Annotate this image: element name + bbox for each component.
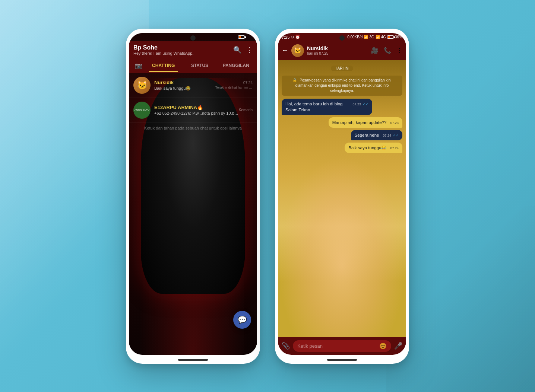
chat-meta-agen: Kemarin [239,108,253,112]
phone2-battery-pct: 36% [395,35,402,39]
chat-info-nursidik: Nursidik Baik saya tunggu😂 [154,80,215,91]
message-2: Mantap nih, kapan update?? 07.23 [329,117,402,128]
chat-area: HARI INI 🔒 Pesan-pesan yang dikirim ke c… [278,60,406,337]
chat-time-agen: Kemarin [239,108,253,112]
phone2-3g: 3G [369,35,374,39]
msg-1-ticks: ✓✓ [363,102,368,107]
battery-indicator [238,35,245,39]
chat-name-agen: E12ARPU ARMINA🔥 [154,105,239,110]
phone2-signal2: 📶 [376,35,380,39]
message-input-field[interactable]: Ketik pesan 😊 [293,340,391,352]
chat-item-agen[interactable]: AGEN ELPU E12ARPU ARMINA🔥 +62 852-2498-1… [129,98,257,123]
day-divider: HARI INI [331,64,353,71]
chat-meta-nursidik: 07.24 Terakhir dilihat hari ini pada 07.… [215,81,253,89]
phone1-camera [190,35,196,41]
phone1-header-icons: 🔍 ⋮ [233,46,253,54]
video-call-icon[interactable]: 🎥 [371,47,379,54]
msg-1-row: Hai, ada tema baru loh di blog Salam Tek… [285,101,368,113]
phone2-4g: 4G [381,35,386,39]
phone2-contact-avatar: 🐱 [291,44,304,57]
phone1-home-bar[interactable] [178,359,208,361]
lock-icon: 🔒 [292,78,297,82]
phone2-contact-info: Nursidik hari ini 07.25 [307,45,368,55]
phone1-header: Bp Sohe Hey there! I am using WhatsApp. … [129,41,257,58]
phone1-inner: 7:25 ⊙ ⏰ 0,45KB/d 📶 3G 📶 4G 36% [129,33,257,355]
phone1-app-subtitle: Hey there! I am using WhatsApp. [133,51,233,55]
chat-time-nursidik: 07.24 [215,81,253,85]
voice-call-icon[interactable]: 📞 [384,47,391,54]
msg-4-text: Baik saya tunggu😂 [348,145,386,151]
day-label: HARI INI [331,66,353,71]
chat-messages: HARI INI 🔒 Pesan-pesan yang dikirim ke c… [278,60,406,337]
phone2-status-right: 0,00KB/d 📶 3G 📶 4G 36% [347,35,402,39]
msg-2-time: 07.23 [390,121,399,125]
phone2-time: 7:25 [282,35,289,39]
phone2-contact-name: Nursidik [307,45,368,51]
phone2-alarm-icon: ⏰ [295,35,300,39]
attach-icon[interactable]: 📎 [282,342,290,350]
phone2-header-icons: 🎥 📞 ⋮ [371,47,402,54]
phone2-home-bar[interactable] [327,359,357,361]
chat-avatar-nursidik: 🐱 [133,77,151,94]
msg-1-text: Hai, ada tema baru loh di blog Salam Tek… [285,101,349,113]
phones-container: 7:25 ⊙ ⏰ 0,45KB/d 📶 3G 📶 4G 36% [126,29,409,364]
msg-4-row: Baik saya tunggu😂 07.24 [348,145,399,151]
emoji-icon[interactable]: 😊 [379,342,387,350]
input-placeholder: Ketik pesan [297,343,323,349]
phone2-header: ← 🐱 Nursidik hari ini 07.25 🎥 📞 ⋮ [278,41,406,60]
tab-camera-icon[interactable]: 📷 [132,58,145,73]
tab-panggilan[interactable]: PANGGILAN [218,59,254,72]
message-3: Segera hehe 07.24 ✓✓ [351,130,402,140]
phone1-header-left: Bp Sohe Hey there! I am using WhatsApp. [133,44,233,55]
msg-2-row: Mantap nih, kapan update?? 07.23 [332,119,399,125]
back-button[interactable]: ← [282,47,288,54]
chat-hint: Ketuk dan tahan pada sebuah chat untuk o… [129,123,257,133]
message-4: Baik saya tunggu😂 07.24 [345,143,402,153]
phone2-inner: 7:25 ⊙ ⏰ 0,00KB/d 📶 3G 📶 4G 36% [278,33,406,355]
mic-icon[interactable]: 🎤 [394,342,402,350]
tab-chatting[interactable]: CHATTING [145,59,181,72]
chat-seen-nursidik: Terakhir dilihat hari ini pada 07.25 [215,86,253,89]
phone2-battery [387,35,394,39]
phone2-signal: 📶 [364,35,368,39]
chat-name-nursidik: Nursidik [154,80,215,85]
chat-item-nursidik[interactable]: 🐱 Nursidik Baik saya tunggu😂 07.24 Terak… [129,73,257,98]
chat-preview-agen: +62 852-2498-1276: P.w...nota psnn sy 10… [154,111,239,115]
search-icon[interactable]: 🔍 [233,46,241,54]
msg-3-row: Segera hehe 07.24 ✓✓ [355,132,399,138]
security-text: Pesan-pesan yang dikirim ke chat ini dan… [295,78,392,93]
phone1-tabs: 📷 CHATTING STATUS PANGGILAN [129,58,257,73]
msg-3-ticks: ✓✓ [393,133,399,138]
msg-4-time: 07.24 [390,146,399,151]
phone2-camera [339,35,345,41]
tab-status[interactable]: STATUS [181,59,218,72]
fab-icon: 💬 [238,315,247,324]
phone2-sync-icon: ⊙ [291,35,294,39]
message-1: Hai, ada tema baru loh di blog Salam Tek… [282,99,372,115]
phone-1: 7:25 ⊙ ⏰ 0,45KB/d 📶 3G 📶 4G 36% [126,29,260,364]
chat-info-agen: E12ARPU ARMINA🔥 +62 852-2498-1276: P.w..… [154,105,239,115]
phone2-contact-status: hari ini 07.25 [307,51,368,55]
phone2-more-icon[interactable]: ⋮ [396,47,402,54]
fab-button[interactable]: 💬 [233,311,251,329]
msg-1-time: 07.23 [352,102,361,107]
phone2-data-speed: 0,00KB/d [347,35,363,39]
msg-3-text: Segera hehe [355,132,379,138]
chat-preview-nursidik: Baik saya tunggu😂 [154,86,215,91]
phone1-app-name: Bp Sohe [133,44,233,51]
phone-2: 7:25 ⊙ ⏰ 0,00KB/d 📶 3G 📶 4G 36% [275,29,409,364]
security-notice[interactable]: 🔒 Pesan-pesan yang dikirim ke chat ini d… [282,76,402,96]
msg-2-text: Mantap nih, kapan update?? [332,119,387,125]
chat-avatar-agen: AGEN ELPU [133,102,151,119]
msg-3-time: 07.24 [383,133,391,138]
phone2-status-left: 7:25 ⊙ ⏰ [282,35,300,39]
chat-input-bar: 📎 Ketik pesan 😊 🎤 [278,337,406,355]
more-icon[interactable]: ⋮ [246,46,253,54]
